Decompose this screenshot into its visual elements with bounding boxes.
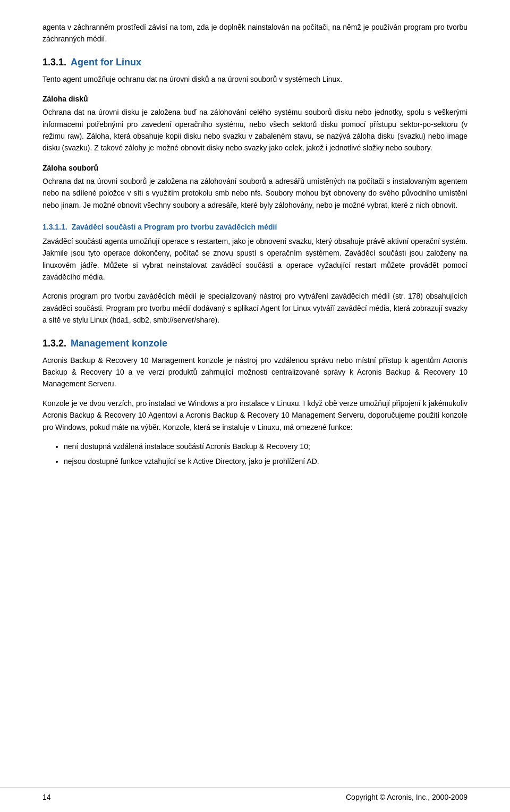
section-1311-number: 1.3.1.1. — [42, 223, 67, 231]
section-131-title: Agent for Linux — [71, 57, 141, 68]
section-132-title: Management konzole — [71, 338, 167, 349]
list-item: není dostupná vzdálená instalace součást… — [64, 441, 468, 452]
section-1311-heading: 1.3.1.1. Zaváděcí součásti a Program pro… — [42, 223, 468, 231]
section-132-text2: Konzole je ve dvou verzích, pro instalac… — [42, 397, 468, 433]
intro-paragraph: agenta v záchranném prostředí závisí na … — [42, 21, 468, 45]
section-1311-text1: Zaváděcí součásti agenta umožňují operac… — [42, 235, 468, 283]
page-number: 14 — [42, 793, 51, 801]
section-1311-title: Zaváděcí součásti a Program pro tvorbu z… — [72, 223, 277, 231]
file-backup-text: Ochrana dat na úrovni souborů je založen… — [42, 175, 468, 211]
bullet-list: není dostupná vzdálená instalace součást… — [64, 441, 468, 468]
section-131-description: Tento agent umožňuje ochranu dat na úrov… — [42, 73, 468, 85]
section-132-heading: 1.3.2. Management konzole — [42, 338, 468, 349]
disk-backup-text: Ochrana dat na úrovni disku je založena … — [42, 106, 468, 154]
section-132-text1: Acronis Backup & Recovery 10 Management … — [42, 354, 468, 390]
page-content: agenta v záchranném prostředí závisí na … — [0, 0, 510, 812]
copyright-text: Copyright © Acronis, Inc., 2000-2009 — [346, 793, 468, 801]
section-131-heading: 1.3.1. Agent for Linux — [42, 57, 468, 68]
list-item: nejsou dostupné funkce vztahující se k A… — [64, 455, 468, 467]
file-backup-heading: Záloha souborů — [42, 164, 468, 172]
section-132-number: 1.3.2. — [42, 338, 66, 349]
section-1311-text2: Acronis program pro tvorbu zaváděcích mé… — [42, 290, 468, 326]
section-131-number: 1.3.1. — [42, 57, 66, 68]
disk-backup-heading: Záloha disků — [42, 95, 468, 103]
page-footer: 14 Copyright © Acronis, Inc., 2000-2009 — [0, 787, 510, 801]
